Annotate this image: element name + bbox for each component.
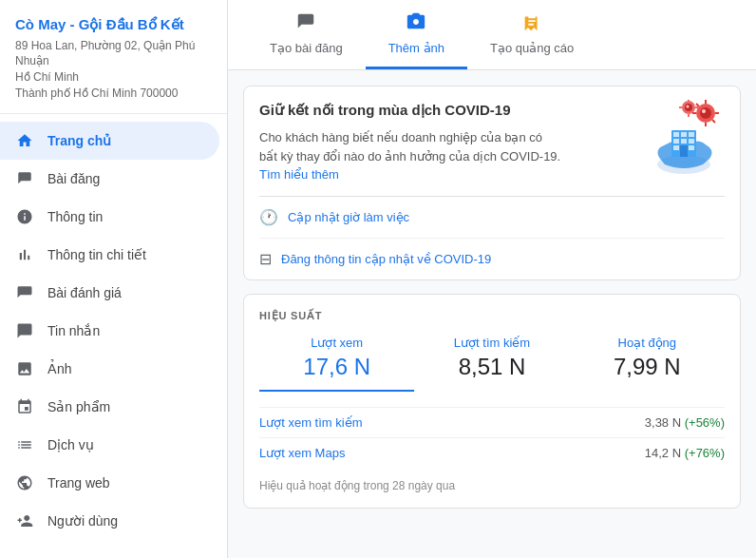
covid-card-text: Cho khách hàng biết nếu doanh nghiệp của… (259, 128, 562, 184)
perf-row-change: (+76%) (685, 446, 725, 460)
covid-action-update-hours[interactable]: 🕐 Cập nhật giờ làm việc (259, 197, 725, 239)
sidebar-item-trang-web[interactable]: Trang web (0, 464, 219, 502)
address-line2: Hồ Chí Minh (15, 70, 79, 84)
performance-footer: Hiệu quả hoạt động trong 28 ngày qua (259, 475, 725, 492)
svg-rect-23 (689, 139, 694, 144)
covid-card: Giữ kết nối trong mùa dịch COVID-19 Cho … (243, 86, 741, 280)
svg-rect-24 (673, 145, 679, 150)
sidebar-item-tin-nhan[interactable]: Tin nhắn (0, 312, 219, 350)
perf-stat-label: Hoạt động (570, 336, 725, 350)
perf-stat-value: 7,99 N (570, 354, 725, 380)
perf-row-value: 14,2 N (+76%) (645, 446, 725, 460)
perf-stat-label: Lượt tìm kiếm (414, 336, 569, 350)
sidebar-item-label: Thông tin chi tiết (47, 247, 146, 262)
home-icon (15, 131, 34, 150)
sidebar-item-san-pham[interactable]: Sản phẩm (0, 388, 219, 426)
review-icon (15, 283, 34, 302)
sidebar-item-anh[interactable]: Ảnh (0, 350, 219, 388)
perf-row-luot-xem-maps: Lượt xem Maps 14,2 N (+76%) (259, 437, 725, 468)
sidebar-item-label: Sản phẩm (47, 399, 110, 414)
sidebar-header: Cò May - Gội Đầu Bổ Kết 89 Hoa Lan, Phườ… (0, 0, 227, 114)
perf-row-luot-xem-tim-kiem: Lượt xem tìm kiếm 3,38 N (+56%) (259, 407, 725, 437)
business-name: Cò May - Gội Đầu Bổ Kết (15, 15, 212, 34)
svg-line-6 (696, 104, 699, 106)
user-icon (15, 511, 34, 530)
perf-row-label: Lượt xem tìm kiếm (259, 415, 363, 430)
svg-rect-18 (673, 132, 679, 137)
perf-row-label: Lượt xem Maps (259, 446, 345, 460)
action-btn-them-anh[interactable]: Thêm ảnh (366, 0, 467, 69)
action-btn-label: Thêm ảnh (388, 41, 444, 55)
sidebar-item-label: Bài đăng (47, 171, 100, 186)
perf-stat-label: Lượt xem (259, 336, 414, 350)
perf-row-value: 3,38 N (+56%) (645, 415, 725, 430)
sidebar-item-label: Dịch vụ (47, 437, 94, 452)
sidebar-item-label: Bài đánh giá (47, 285, 122, 300)
post-icon (15, 169, 34, 188)
svg-rect-19 (681, 132, 687, 137)
sidebar-item-label: Tin nhắn (47, 323, 100, 338)
sidebar-item-trang-chu[interactable]: Trang chủ (0, 122, 219, 160)
perf-stat-hoat-dong[interactable]: Hoạt động 7,99 N (570, 336, 725, 392)
sidebar-item-thong-tin-chi-tiet[interactable]: Thông tin chi tiết (0, 236, 219, 274)
action-btn-label: Tạo bài đăng (270, 41, 343, 55)
action-btn-tao-quang-cao[interactable]: Tạo quảng cáo (467, 0, 596, 69)
address-line1: 89 Hoa Lan, Phường 02, Quận Phú Nhuận (15, 39, 195, 68)
action-btn-tao-bai-dang[interactable]: Tạo bài đăng (247, 0, 366, 69)
sidebar-item-bai-danh-gia[interactable]: Bài đánh giá (0, 274, 219, 312)
sidebar-item-label: Thông tin (47, 209, 103, 224)
sidebar-item-dich-vu[interactable]: Dịch vụ (0, 426, 219, 464)
info-icon (15, 207, 34, 226)
action-btn-label: Tạo quảng cáo (490, 41, 574, 55)
sidebar: Cò May - Gội Đầu Bổ Kết 89 Hoa Lan, Phườ… (0, 0, 228, 558)
service-icon (15, 435, 34, 454)
main-content: Tạo bài đăng Thêm ảnh Tạo quảng cáo Giữ … (228, 0, 756, 558)
covid-action-update-hours-label: Cập nhật giờ làm việc (288, 210, 409, 224)
performance-card: HIỆU SUẤT Lượt xem 17,6 N Lượt tìm kiếm … (243, 294, 741, 509)
covid-actions: 🕐 Cập nhật giờ làm việc ⊟ Đăng thông tin… (259, 196, 725, 279)
chart-icon (15, 245, 34, 264)
sidebar-item-nguoi-dung[interactable]: Người dùng (0, 502, 219, 540)
svg-point-15 (687, 106, 690, 108)
sidebar-item-label: Người dùng (47, 513, 118, 529)
clock-icon: 🕐 (259, 208, 278, 226)
sidebar-item-bai-dang[interactable]: Bài đăng (0, 160, 219, 198)
covid-illustration (641, 100, 727, 176)
svg-rect-26 (680, 145, 688, 157)
camera-icon (406, 11, 426, 37)
address-line3: Thành phố Hồ Chí Minh 700000 (15, 87, 178, 100)
perf-stat-luot-tim-kiem[interactable]: Lượt tìm kiếm 8,51 N (414, 336, 569, 392)
sidebar-nav: Trang chủ Bài đăng Thông tin Thông tin c… (0, 114, 227, 558)
sidebar-item-label: Trang chủ (47, 133, 111, 148)
business-address: 89 Hoa Lan, Phường 02, Quận Phú Nhuận Hồ… (15, 38, 212, 102)
post-icon (295, 11, 316, 37)
perf-row-change: (+56%) (685, 415, 725, 430)
ads-icon (521, 11, 542, 37)
perf-stat-value: 8,51 N (414, 354, 569, 380)
covid-card-body: Cho khách hàng biết nếu doanh nghiệp của… (259, 128, 725, 184)
perf-stat-value: 17,6 N (259, 354, 414, 380)
svg-point-1 (700, 107, 711, 119)
svg-point-8 (702, 109, 706, 113)
svg-line-7 (712, 120, 715, 123)
message-icon (15, 321, 34, 340)
sidebar-item-label: Trang web (47, 475, 110, 491)
perf-stat-luot-xem[interactable]: Lượt xem 17,6 N (259, 336, 414, 392)
sidebar-item-thong-tin[interactable]: Thông tin (0, 198, 219, 236)
performance-stats: Lượt xem 17,6 N Lượt tìm kiếm 8,51 N Hoạ… (259, 336, 725, 392)
photo-icon (15, 359, 34, 378)
svg-rect-20 (689, 132, 694, 137)
performance-rows: Lượt xem tìm kiếm 3,38 N (+56%) Lượt xem… (259, 407, 725, 468)
covid-action-post-update[interactable]: ⊟ Đăng thông tin cập nhật về COVID-19 (259, 239, 725, 279)
post-icon-sm: ⊟ (259, 250, 272, 268)
performance-title: HIỆU SUẤT (259, 310, 725, 322)
covid-body-text: Cho khách hàng biết nếu doanh nghiệp của… (259, 130, 560, 164)
action-bar: Tạo bài đăng Thêm ảnh Tạo quảng cáo (228, 0, 756, 70)
svg-rect-22 (681, 139, 687, 144)
content-area: Giữ kết nối trong mùa dịch COVID-19 Cho … (228, 70, 756, 524)
sidebar-item-label: Ảnh (47, 361, 72, 376)
covid-learn-more-link[interactable]: Tìm hiểu thêm (259, 167, 339, 182)
covid-action-post-update-label: Đăng thông tin cập nhật về COVID-19 (281, 252, 491, 266)
svg-rect-25 (689, 145, 694, 150)
product-icon (15, 397, 34, 416)
